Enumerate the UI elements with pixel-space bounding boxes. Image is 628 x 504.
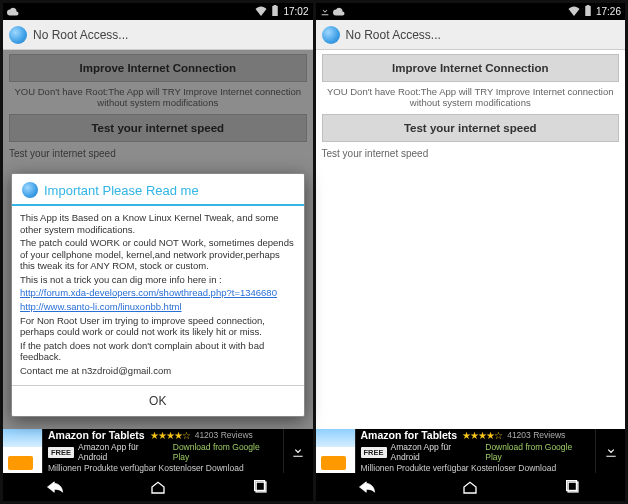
improve-connection-button[interactable]: Improve Internet Connection (9, 54, 307, 82)
device-left: 17:02 No Root Access... Improve Internet… (3, 3, 313, 501)
wifi-icon (255, 6, 267, 18)
android-nav-bar (3, 473, 313, 501)
dialog-text: If the patch does not work don't complai… (20, 340, 296, 363)
ad-free-badge: FREE (48, 447, 74, 458)
app-title: No Root Access... (346, 28, 441, 42)
battery-icon (271, 5, 279, 18)
dialog-body: This App its Based on a Know Linux Kerne… (12, 206, 304, 385)
ad-app-name: Amazon for Tablets (48, 429, 145, 441)
ad-thumbnail (3, 429, 43, 473)
svg-rect-0 (273, 6, 279, 16)
nav-home-button[interactable] (138, 480, 178, 494)
cloud-icon (333, 6, 345, 18)
ad-tagline: Millionen Produkte verfügbar Kostenloser… (48, 463, 278, 473)
test-speed-button[interactable]: Test your internet speed (322, 114, 620, 142)
dialog-link-linuxonbb[interactable]: http://www.santo-li.com/linuxonbb.html (20, 301, 182, 312)
battery-icon (584, 5, 592, 18)
ad-stars: ★★★★☆ (150, 430, 190, 441)
ad-reviews: 41203 Reviews (507, 430, 565, 440)
ad-reviews: 41203 Reviews (195, 430, 253, 440)
test-speed-button[interactable]: Test your internet speed (9, 114, 307, 142)
ad-banner[interactable]: Amazon for Tablets ★★★★☆ 41203 Reviews F… (3, 429, 313, 473)
no-root-description: YOU Don't have Root:The App will TRY Imp… (322, 86, 620, 110)
status-time: 17:26 (596, 6, 621, 17)
ad-subtitle: Amazon App für Android (78, 442, 169, 462)
comparison-stage: 17:02 No Root Access... Improve Internet… (0, 0, 628, 504)
dialog-text: The patch could WORK or could NOT Work, … (20, 237, 296, 272)
status-bar: 17:02 (3, 3, 313, 20)
improve-connection-button[interactable]: Improve Internet Connection (322, 54, 620, 82)
main-content: Improve Internet Connection YOU Don't ha… (316, 50, 626, 429)
nav-home-button[interactable] (450, 480, 490, 494)
device-right: 17:26 No Root Access... Improve Internet… (316, 3, 626, 501)
ad-download-button[interactable] (283, 429, 313, 473)
test-speed-label: Test your internet speed (322, 146, 620, 159)
ad-thumbnail (316, 429, 356, 473)
ad-subtitle: Amazon App für Android (391, 442, 482, 462)
test-speed-label: Test your internet speed (9, 146, 307, 159)
ad-meta: Amazon for Tablets ★★★★☆ 41203 Reviews F… (356, 429, 596, 473)
app-title: No Root Access... (33, 28, 128, 42)
dialog-text: This is not a trick you can dig more inf… (20, 274, 296, 286)
ad-download-button[interactable] (595, 429, 625, 473)
nav-recent-button[interactable] (553, 480, 593, 494)
ad-free-badge: FREE (361, 447, 387, 458)
dialog-title: Important Please Read me (44, 183, 199, 198)
download-icon (320, 6, 330, 18)
cloud-icon (7, 6, 19, 18)
svg-rect-1 (274, 5, 277, 6)
nav-recent-button[interactable] (241, 480, 281, 494)
nav-back-button[interactable] (347, 480, 387, 494)
globe-icon (22, 182, 38, 198)
ad-gplay-link: Download from Google Play (173, 442, 278, 462)
ad-app-name: Amazon for Tablets (361, 429, 458, 441)
status-time: 17:02 (283, 6, 308, 17)
dialog-header: Important Please Read me (12, 174, 304, 206)
dialog-text: For Non Root User im trying to improve s… (20, 315, 296, 338)
app-title-bar: No Root Access... (316, 20, 626, 50)
no-root-description: YOU Don't have Root:The App will TRY Imp… (9, 86, 307, 110)
svg-rect-4 (585, 6, 591, 16)
dialog-link-xda[interactable]: http://forum.xda-developers.com/showthre… (20, 287, 277, 298)
svg-rect-5 (587, 5, 590, 6)
globe-icon (9, 26, 27, 44)
wifi-icon (568, 6, 580, 18)
ad-banner[interactable]: Amazon for Tablets ★★★★☆ 41203 Reviews F… (316, 429, 626, 473)
dialog-text: Contact me at n3zdroid@gmail.com (20, 365, 296, 377)
nav-back-button[interactable] (35, 480, 75, 494)
ad-stars: ★★★★☆ (462, 430, 502, 441)
android-nav-bar (316, 473, 626, 501)
globe-icon (322, 26, 340, 44)
readme-dialog: Important Please Read me This App its Ba… (11, 173, 305, 417)
status-bar: 17:26 (316, 3, 626, 20)
ad-meta: Amazon for Tablets ★★★★☆ 41203 Reviews F… (43, 429, 283, 473)
app-title-bar: No Root Access... (3, 20, 313, 50)
dialog-text: This App its Based on a Know Linux Kerne… (20, 212, 296, 235)
ad-tagline: Millionen Produkte verfügbar Kostenloser… (361, 463, 591, 473)
dialog-ok-button[interactable]: OK (12, 385, 304, 416)
ad-gplay-link: Download from Google Play (485, 442, 590, 462)
